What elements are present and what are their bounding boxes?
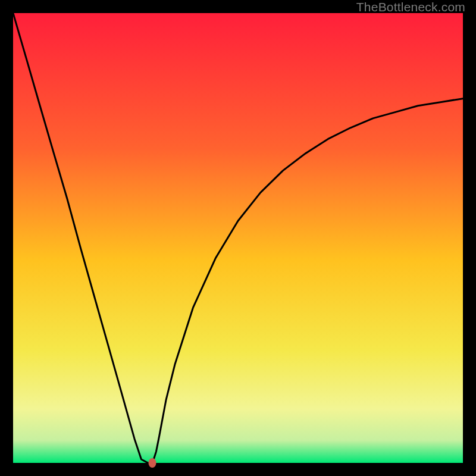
bottleneck-chart	[13, 13, 463, 463]
gradient-background	[13, 13, 463, 463]
watermark-label: TheBottleneck.com	[356, 0, 465, 14]
plot-frame	[13, 13, 463, 463]
minimum-marker-icon	[149, 458, 156, 468]
